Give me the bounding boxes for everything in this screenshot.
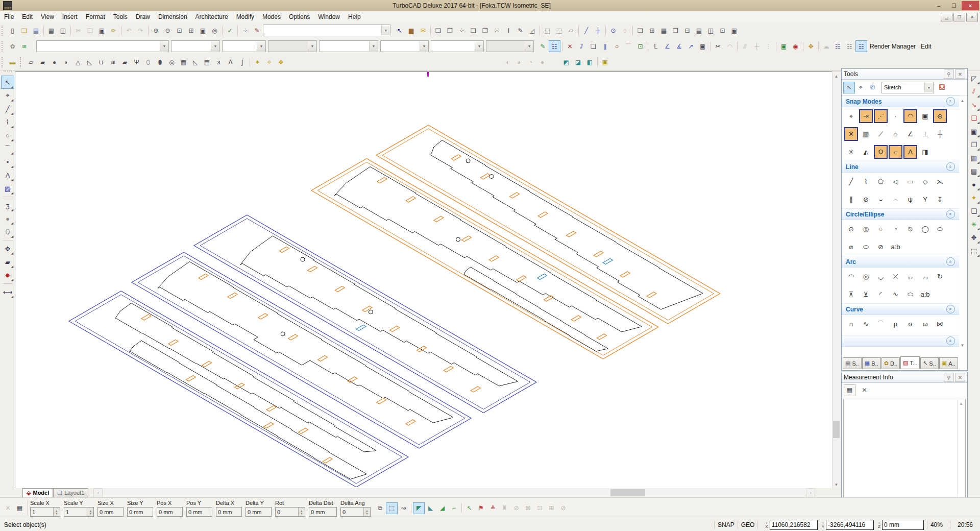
3d-cylinder-cut-icon[interactable]: ⊔ — [95, 57, 107, 68]
snap-pick-icon[interactable]: ⟋ — [874, 127, 888, 141]
snap-vertex-icon[interactable]: ⋰ — [874, 109, 888, 123]
line-tangent-2arc-icon[interactable]: ⌢ — [889, 192, 902, 206]
blob-tool[interactable]: ✸◢ — [1, 269, 14, 282]
3d-cylinder2-icon[interactable]: ⬮ — [154, 57, 166, 68]
camera-move-icon[interactable]: ✥◢ — [967, 231, 980, 244]
palette-scroll-up-icon[interactable]: ▲ — [959, 98, 966, 104]
window-8-icon[interactable]: ⊡ — [717, 25, 728, 36]
collapse-icon[interactable]: « — [946, 97, 955, 106]
sweep-30c-icon[interactable]: ʃ — [236, 57, 248, 68]
line-perpendicular-icon[interactable]: ⋋ — [933, 175, 947, 188]
path-scissors-icon[interactable]: ✂ — [712, 40, 724, 52]
snap-nearest-icon[interactable]: ⇥ — [859, 109, 873, 123]
spell-check-icon[interactable]: ✓ — [224, 25, 236, 36]
window-6-icon[interactable]: ▤ — [693, 25, 705, 36]
pen-width-combo-arrow-icon[interactable]: ▼ — [308, 41, 316, 51]
vscroll-thumb[interactable] — [833, 421, 840, 438]
circle-3point-icon[interactable]: ◯ — [918, 222, 932, 236]
flag-icon[interactable]: ⚑ — [475, 502, 487, 514]
print-preview-icon[interactable]: ◫ — [57, 25, 69, 36]
ibeam-icon[interactable]: I — [503, 25, 514, 36]
box-grey1-icon[interactable]: ⊠ — [522, 502, 534, 514]
style-combo-arrow-icon[interactable]: ▼ — [160, 41, 168, 51]
menu-view[interactable]: View — [37, 12, 58, 21]
image-box-icon[interactable]: ▤◢ — [967, 164, 980, 178]
menu-format[interactable]: Format — [82, 12, 109, 21]
snap-indicator[interactable]: SNAP — [718, 521, 734, 528]
line-polygon-icon[interactable]: ⬠ — [874, 175, 888, 188]
render-manager-button[interactable]: Render Manager — [867, 43, 918, 50]
zoom-selection-icon[interactable]: ◎ — [209, 25, 220, 36]
coord-world-icon[interactable]: ◤ — [413, 502, 425, 514]
mark-1-icon[interactable]: ⊙ — [607, 25, 619, 36]
sweep-star2-icon[interactable]: ✧ — [263, 57, 275, 68]
circle-concentric-icon[interactable]: ◎ — [859, 222, 873, 236]
3d-disc-icon[interactable]: ◎ — [166, 57, 178, 68]
snap-circsq-icon[interactable]: ⊡ — [634, 40, 646, 52]
input-delta-x[interactable]: 0 mm — [216, 507, 242, 517]
curve-arch-icon[interactable]: ⌒ — [874, 317, 888, 331]
context-help-icon[interactable]: ↖ — [394, 25, 405, 36]
palette-tab-select2[interactable]: ↖S.. — [920, 357, 939, 369]
snap-par2-icon[interactable]: ∥ — [599, 40, 611, 52]
corner-curve-icon[interactable]: Ⅼ — [650, 40, 662, 52]
snap-parallel-icon[interactable]: ⫽ — [576, 40, 587, 52]
scroll-up-icon[interactable]: ▲ — [832, 72, 840, 80]
dots-grey-icon[interactable]: ⋮ — [763, 40, 774, 52]
input-pos-y[interactable]: 0 mm — [186, 507, 212, 517]
sweep-star3-icon[interactable]: ❖ — [275, 57, 287, 68]
tab-scroll-right-icon[interactable]: › — [806, 488, 815, 497]
wand-stars-icon[interactable]: ✦◢ — [967, 191, 980, 204]
snap-midpoint-icon[interactable]: ∙ — [889, 109, 902, 123]
3d-hemisphere-icon[interactable]: ◗ — [60, 57, 72, 68]
property-gear-icon[interactable]: ✿ — [7, 40, 18, 52]
window-3-icon[interactable]: ▦ — [658, 25, 670, 36]
3d-cylinder-icon[interactable]: ⬯ — [142, 57, 154, 68]
curve-spline-icon[interactable]: ∿ — [859, 317, 873, 331]
palette-scroll-down-icon[interactable]: ▼ — [959, 342, 966, 349]
measurement-clear-icon[interactable]: ✕ — [859, 384, 870, 396]
edit-bar-combo-arrow-icon[interactable]: ▼ — [381, 26, 390, 35]
bool-subtract-grey-icon[interactable]: ◖ — [501, 57, 513, 68]
line-parallel-icon[interactable]: ∥ — [844, 192, 858, 206]
clipboard-icon[interactable]: ▣ — [697, 40, 708, 52]
pen-color-combo[interactable]: ▼ — [222, 40, 266, 52]
zoom-out-icon[interactable]: ⊖ — [162, 25, 174, 36]
close-button[interactable]: ✕ — [962, 1, 979, 10]
clipboard-paste-icon[interactable]: ▣◢ — [967, 125, 980, 138]
line-edit-2-icon[interactable]: ┼ — [592, 25, 604, 36]
arc-123-icon[interactable]: ₁₂ — [903, 270, 917, 283]
measurement-list[interactable]: ▲ — [843, 399, 966, 505]
copy-page2-icon[interactable]: ❏ — [468, 25, 479, 36]
pencil-tip-icon[interactable]: ✎ — [514, 25, 526, 36]
arc-ellip-icon[interactable]: ⬭ — [903, 287, 917, 301]
pattern-icon[interactable]: ▣ — [599, 57, 611, 68]
sphere-tool[interactable]: ●◢ — [1, 212, 14, 225]
3d-box-icon[interactable]: ▱ — [25, 57, 37, 68]
poly-angle-icon[interactable]: ∠ — [662, 40, 673, 52]
pen-color-combo-arrow-icon[interactable]: ▼ — [257, 41, 265, 51]
collapse-icon[interactable]: « — [946, 162, 955, 171]
snap-perpendicular-icon[interactable]: ⊥ — [918, 127, 932, 141]
select-rect-icon[interactable]: ⬚ — [542, 25, 553, 36]
line-tool[interactable]: ╱◢ — [1, 102, 14, 115]
transform-select-icon[interactable]: ⬚◢ — [967, 244, 980, 257]
y-coordinate-field[interactable]: -3266,494116 — [826, 520, 874, 530]
window-4-icon[interactable]: ❐ — [670, 25, 681, 36]
extrude-lines-icon[interactable]: ≋ — [107, 57, 119, 68]
geo-indicator[interactable]: GEO — [741, 521, 755, 528]
sweep-star1-icon[interactable]: ✦ — [252, 57, 263, 68]
mini-dash-icon[interactable]: ▬ — [7, 57, 18, 68]
point-tool[interactable]: •◢ — [1, 155, 14, 168]
measurement-table-icon[interactable]: ▦ — [844, 384, 855, 396]
menu-options[interactable]: Options — [285, 12, 314, 21]
snap-tangent-icon2[interactable]: ∠ — [903, 127, 917, 141]
menu-help[interactable]: Help — [344, 12, 365, 21]
spinner-icon[interactable]: ▲▼ — [53, 508, 60, 516]
render-wire-icon[interactable]: ☁ — [820, 40, 832, 52]
copy-page-icon[interactable]: ❏ — [432, 25, 444, 36]
menu-file[interactable]: File — [0, 12, 18, 21]
copy-icon[interactable]: ❏ — [84, 25, 96, 36]
snap-opengl-icon[interactable]: ◨ — [918, 145, 932, 159]
edit-bar-combo[interactable]: ▼ — [263, 25, 390, 36]
